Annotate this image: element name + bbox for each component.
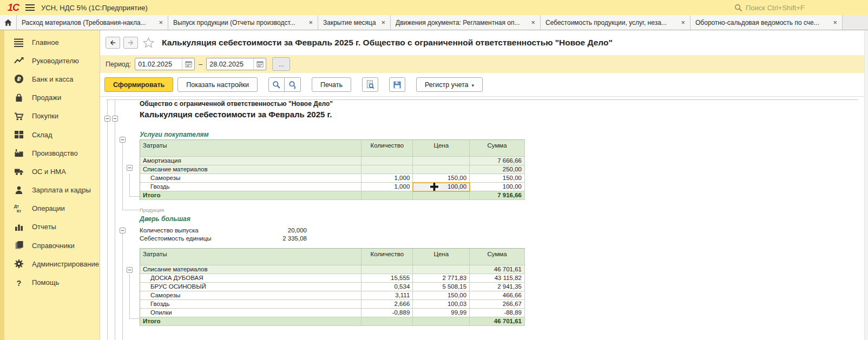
sidebar-item-production[interactable]: Производство — [0, 144, 100, 162]
sidebar-item-main[interactable]: Главное — [0, 33, 100, 51]
value-cell[interactable]: 2 941,35 — [470, 283, 525, 291]
close-icon[interactable]: × — [531, 19, 535, 26]
value-cell[interactable] — [413, 317, 470, 326]
print-button[interactable]: Печать — [312, 77, 351, 92]
row-label-cell[interactable]: Амортизация — [140, 157, 361, 165]
vertical-scrollbar[interactable] — [864, 30, 868, 340]
value-cell[interactable] — [413, 265, 470, 274]
close-icon[interactable]: × — [833, 19, 837, 26]
collapse-group-button[interactable] — [112, 116, 118, 122]
row-label-cell[interactable]: Списание материалов — [140, 165, 361, 174]
forward-button[interactable] — [123, 37, 138, 49]
close-icon[interactable]: × — [159, 19, 163, 26]
value-cell[interactable]: -88,89 — [470, 309, 525, 317]
value-cell[interactable]: 43 115,82 — [470, 274, 525, 283]
row-label-cell[interactable]: Гвоздь — [140, 300, 361, 309]
value-cell[interactable]: 99,99 — [413, 309, 470, 317]
back-button[interactable] — [106, 37, 120, 49]
find-next-button[interactable] — [285, 77, 301, 92]
value-cell[interactable]: 100,03 — [413, 300, 470, 309]
value-cell[interactable]: 46 701,61 — [470, 317, 525, 326]
show-settings-button[interactable]: Показать настройки — [177, 77, 258, 92]
tab-production-output[interactable]: Выпуск продукции (Отчеты производст...× — [168, 15, 318, 30]
row-label-cell[interactable]: Итого — [140, 191, 361, 200]
row-label-cell[interactable]: Саморезы — [140, 174, 361, 183]
row-label-cell[interactable]: БРУС ОСИНОВЫЙ — [140, 283, 361, 291]
value-cell[interactable]: 100,00 — [470, 183, 525, 191]
value-cell[interactable] — [413, 191, 470, 200]
column-header[interactable]: Цена — [413, 249, 470, 265]
sidebar-item-administration[interactable]: Администрирование — [0, 255, 100, 273]
column-header[interactable]: Количество — [361, 140, 413, 157]
info-value[interactable]: 20,000 — [256, 226, 307, 235]
sidebar-item-reports[interactable]: Отчеты — [0, 218, 100, 236]
section-label-product[interactable]: Дверь большая — [140, 215, 526, 223]
calendar-button[interactable] — [182, 58, 194, 70]
close-icon[interactable]: × — [308, 19, 313, 26]
value-cell[interactable]: 2 771,83 — [413, 274, 470, 283]
value-cell[interactable] — [361, 157, 413, 165]
sidebar-item-help[interactable]: ?Помощь — [0, 273, 100, 291]
row-label-cell[interactable]: ДОСКА ДУБОВАЯ — [140, 274, 361, 283]
info-value[interactable]: 2 335,08 — [256, 235, 307, 243]
value-cell[interactable] — [361, 191, 413, 200]
sidebar-item-salary-hr[interactable]: Зарплата и кадры — [0, 181, 100, 199]
sidebar-item-manager[interactable]: Руководителю — [0, 51, 100, 70]
period-more-button[interactable]: ... — [272, 57, 290, 71]
search-input[interactable] — [746, 4, 849, 12]
value-cell[interactable]: 150,00 — [413, 291, 470, 300]
tab-month-close[interactable]: Закрытие месяца× — [318, 15, 391, 30]
value-cell[interactable]: 1,000 — [361, 183, 413, 191]
main-menu-icon[interactable] — [25, 4, 35, 11]
value-cell[interactable] — [361, 265, 413, 274]
row-label-cell[interactable]: Гвоздь — [140, 183, 361, 191]
tab-balance-sheet[interactable]: Оборотно-сальдовая ведомость по сче...× — [691, 15, 843, 30]
sidebar-item-purchases[interactable]: Покупки — [0, 107, 100, 125]
collapse-group-button[interactable] — [127, 165, 133, 171]
sidebar-item-fixed-assets[interactable]: ОС и НМА — [0, 162, 100, 181]
value-cell[interactable]: 3,111 — [361, 291, 413, 300]
row-label-cell[interactable]: Саморезы — [140, 291, 361, 300]
calendar-button[interactable] — [253, 58, 266, 70]
column-header[interactable]: Сумма — [470, 249, 525, 265]
column-header[interactable]: Сумма — [470, 140, 525, 157]
value-cell[interactable]: 46 701,61 — [470, 265, 525, 274]
row-label-cell[interactable]: Итого — [140, 317, 361, 326]
value-cell[interactable]: 100,00 — [413, 183, 470, 191]
sidebar-item-bank-cash[interactable]: ₽Банк и касса — [0, 70, 100, 88]
collapse-group-button[interactable] — [127, 267, 133, 273]
close-icon[interactable]: × — [681, 19, 685, 26]
sidebar-item-warehouse[interactable]: Склад — [0, 125, 100, 144]
close-icon[interactable]: × — [381, 19, 385, 26]
save-button[interactable] — [389, 77, 405, 92]
register-menu-button[interactable]: Регистр учета▾ — [416, 77, 483, 92]
favorite-button[interactable] — [141, 37, 155, 48]
home-tab[interactable] — [0, 15, 17, 30]
tab-document-movements[interactable]: Движения документа: Регламентная оп...× — [391, 15, 541, 30]
value-cell[interactable]: 266,67 — [470, 300, 525, 309]
value-cell[interactable]: 2,666 — [361, 300, 413, 309]
value-cell[interactable]: 150,00 — [470, 174, 525, 183]
section-label-services[interactable]: Услуги покупателям — [140, 131, 526, 139]
collapse-group-button[interactable] — [120, 137, 126, 143]
value-cell[interactable]: 5 508,15 — [413, 283, 470, 291]
row-label-cell[interactable]: Списание материалов — [140, 265, 361, 274]
row-label-cell[interactable]: Опилки — [140, 309, 361, 317]
period-to-input[interactable] — [207, 58, 253, 70]
tab-cost-price[interactable]: Себестоимость продукции, услуг, неза...× — [541, 15, 691, 30]
column-header[interactable]: Затраты — [140, 249, 361, 265]
column-header[interactable]: Цена — [413, 140, 470, 157]
tab-material-expense[interactable]: Расход материалов (Требования-накла...× — [17, 15, 168, 30]
period-from-input[interactable] — [135, 58, 182, 70]
sidebar-item-sales[interactable]: Продажи — [0, 89, 100, 107]
value-cell[interactable]: 0,534 — [361, 283, 413, 291]
column-header[interactable]: Количество — [361, 249, 413, 265]
generate-button[interactable]: Сформировать — [104, 77, 173, 92]
value-cell[interactable] — [361, 165, 413, 174]
value-cell[interactable]: 15,555 — [361, 274, 413, 283]
value-cell[interactable]: 150,00 — [413, 174, 470, 183]
value-cell[interactable]: -0,889 — [361, 309, 413, 317]
column-header[interactable]: Затраты — [140, 140, 361, 157]
collapse-group-button[interactable] — [104, 116, 110, 122]
collapse-group-button[interactable] — [120, 228, 126, 234]
